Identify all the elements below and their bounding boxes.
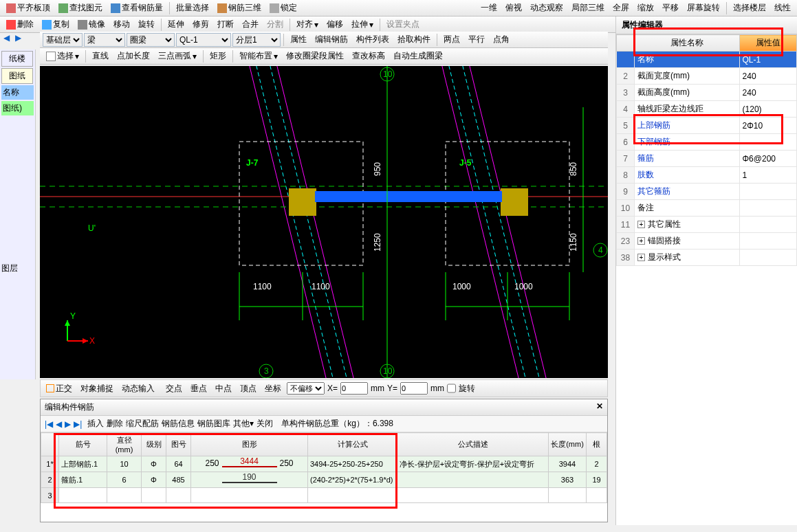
btn-tr-8[interactable]: 选择楼层 xyxy=(730,0,769,16)
rebar-table[interactable]: 筋号直径(mm)级别图号图形计算公式公式描述长度(mm)根 1*上部钢筋.110… xyxy=(41,432,607,503)
btn-offset[interactable]: 偏移 xyxy=(323,16,347,32)
btn-smart-layout[interactable]: 智能布置▾ xyxy=(236,48,281,64)
rebar-info[interactable]: 钢筋信息 xyxy=(162,418,195,430)
nav-right[interactable]: ▶ xyxy=(13,33,23,43)
prop-row[interactable]: 4轴线距梁左边线距(120) xyxy=(617,101,797,118)
btn-tr-5[interactable]: 缩放 xyxy=(634,0,657,16)
btn-edit-rebar[interactable]: 编辑钢筋 xyxy=(312,32,351,47)
btn-tl-2[interactable]: 查看钢筋量 xyxy=(107,0,166,16)
btn-pick-member[interactable]: 拾取构件 xyxy=(394,32,434,47)
btn-split[interactable]: 分割 xyxy=(263,16,287,32)
rebar-row[interactable]: 3 xyxy=(41,488,607,503)
sel-member[interactable]: QL-1 xyxy=(176,33,231,47)
btn-tl-4[interactable]: 钢筋三维 xyxy=(214,0,265,16)
btn-select[interactable]: 选择▾ xyxy=(43,48,83,64)
btn-twopoint[interactable]: 两点 xyxy=(440,32,463,47)
btn-arc3pt[interactable]: 三点画弧▾ xyxy=(155,48,200,64)
prop-row[interactable]: 10备注 xyxy=(617,200,797,217)
rebar-nav-prev[interactable]: ◀ xyxy=(56,419,62,429)
left-drawings-row[interactable]: 图纸) xyxy=(1,101,34,115)
rebar-row[interactable]: 2箍筋.16Φ485190(240-2*25)+2*(75+1.9*d)3631… xyxy=(41,472,607,488)
btn-point-length[interactable]: 点加长度 xyxy=(113,48,153,64)
prop-row[interactable]: 7箍筋Φ6@200 xyxy=(617,151,797,167)
rebar-nav-next[interactable]: ▶ xyxy=(65,419,71,429)
btn-line[interactable]: 直线 xyxy=(89,48,112,64)
drawing-canvas[interactable]: J-7 J-5 U' 1100 1100 1000 1000 950 1250 … xyxy=(40,66,608,378)
rebar-nav-first[interactable]: |◀ xyxy=(45,419,53,429)
btn-delete[interactable]: 删除 xyxy=(3,16,37,32)
btn-tr-3[interactable]: 局部三维 xyxy=(568,0,608,16)
status-cross[interactable]: 交点 xyxy=(163,383,185,395)
btn-tr-9[interactable]: 线性 xyxy=(771,0,794,16)
btn-props[interactable]: 属性 xyxy=(287,32,310,47)
status-dyn[interactable]: 动态输入 xyxy=(119,383,157,395)
rebar-close-icon[interactable]: ✕ xyxy=(596,401,603,413)
btn-join[interactable]: 合并 xyxy=(239,16,262,32)
btn-tl-0[interactable]: 平齐板顶 xyxy=(3,0,54,16)
rebar-lib[interactable]: 钢筋图库 xyxy=(197,418,230,430)
rebar-delete[interactable]: 删除 xyxy=(107,418,123,430)
btn-parallel[interactable]: 平行 xyxy=(465,32,488,47)
prop-row[interactable]: 名称QL-1 xyxy=(617,52,797,68)
btn-extend[interactable]: 延伸 xyxy=(164,16,188,32)
btn-tl-1[interactable]: 查找图元 xyxy=(55,0,106,16)
status-coord[interactable]: 坐标 xyxy=(262,383,284,395)
status-rot-check[interactable] xyxy=(447,382,456,395)
btn-member-list[interactable]: 构件列表 xyxy=(353,32,393,47)
status-perp[interactable]: 垂点 xyxy=(188,383,210,395)
status-ortho[interactable]: 正交 xyxy=(43,383,75,395)
prop-row[interactable]: 11+其它属性 xyxy=(617,217,797,233)
prop-row[interactable]: 3截面高度(mm)240 xyxy=(617,85,797,101)
btn-check-elev[interactable]: 查改标高 xyxy=(349,48,389,64)
left-tab-paper[interactable]: 纸楼 xyxy=(1,51,33,67)
btn-move[interactable]: 移动 xyxy=(110,16,133,32)
btn-mirror[interactable]: 镜像 xyxy=(74,16,109,32)
status-offset-select[interactable]: 不偏移 xyxy=(287,382,325,395)
prop-row[interactable]: 23+锚固搭接 xyxy=(617,233,797,250)
status-x-input[interactable] xyxy=(340,382,368,395)
btn-tr-1[interactable]: 俯视 xyxy=(502,0,525,16)
prop-row[interactable]: 5上部钢筋2Φ10 xyxy=(617,118,797,134)
btn-rotate[interactable]: 旋转 xyxy=(135,16,158,32)
rebar-nav-last[interactable]: ▶| xyxy=(74,419,82,429)
sel-base-layer[interactable]: 基础层 xyxy=(43,33,83,47)
btn-tr-2[interactable]: 动态观察 xyxy=(527,0,567,16)
prop-row[interactable]: 2截面宽度(mm)240 xyxy=(617,68,797,85)
btn-align[interactable]: 对齐▾ xyxy=(293,16,322,32)
btn-grip[interactable]: 设置夹点 xyxy=(383,16,423,32)
status-osnap[interactable]: 对象捕捉 xyxy=(78,383,116,395)
btn-point-angle[interactable]: 点角 xyxy=(490,32,513,47)
prop-table[interactable]: 属性名称 属性值 名称QL-12截面宽度(mm)2403截面高度(mm)2404… xyxy=(616,34,797,266)
btn-tl-5[interactable]: 锁定 xyxy=(266,0,301,16)
left-tab-drawing[interactable]: 图纸 xyxy=(1,68,33,84)
btn-tr-6[interactable]: 平移 xyxy=(659,0,682,16)
prop-row[interactable]: 38+显示样式 xyxy=(617,250,797,266)
status-top[interactable]: 顶点 xyxy=(237,383,259,395)
btn-break[interactable]: 打断 xyxy=(214,16,237,32)
sel-floor[interactable]: 分层1 xyxy=(232,33,281,47)
btn-auto-ring[interactable]: 自动生成圈梁 xyxy=(390,48,446,64)
btn-rect[interactable]: 矩形 xyxy=(206,48,230,64)
btn-tr-7[interactable]: 屏幕旋转 xyxy=(684,0,723,16)
prop-row[interactable]: 8肢数1 xyxy=(617,167,797,184)
status-y-input[interactable] xyxy=(400,382,428,395)
btn-trim[interactable]: 修剪 xyxy=(189,16,212,32)
status-mid[interactable]: 中点 xyxy=(212,383,234,395)
prop-row[interactable]: 6下部钢筋 xyxy=(617,134,797,151)
nav-left[interactable]: ◀ xyxy=(1,33,12,43)
rebar-close[interactable]: 关闭 xyxy=(256,418,273,430)
btn-copy[interactable]: 复制 xyxy=(39,16,73,32)
rebar-scale[interactable]: 缩尺配筋 xyxy=(126,418,159,430)
btn-mod-ring-seg[interactable]: 修改圈梁段属性 xyxy=(283,48,347,64)
btn-tr-4[interactable]: 全屏 xyxy=(609,0,633,16)
btn-tr-0[interactable]: 一维 xyxy=(477,0,501,16)
btn-stretch[interactable]: 拉伸▾ xyxy=(348,16,377,32)
rebar-row[interactable]: 1*上部钢筋.110Φ6425034442503494-25+250-25+25… xyxy=(41,456,607,472)
sel-category[interactable]: 梁 xyxy=(84,33,125,47)
rebar-other[interactable]: 其他▾ xyxy=(233,418,254,430)
btn-tl-3[interactable]: 批量选择 xyxy=(173,0,212,16)
svg-text:850: 850 xyxy=(569,162,578,176)
rebar-insert[interactable]: 插入 xyxy=(87,418,104,430)
sel-subcategory[interactable]: 圈梁 xyxy=(127,33,175,47)
prop-row[interactable]: 9其它箍筋 xyxy=(617,184,797,200)
